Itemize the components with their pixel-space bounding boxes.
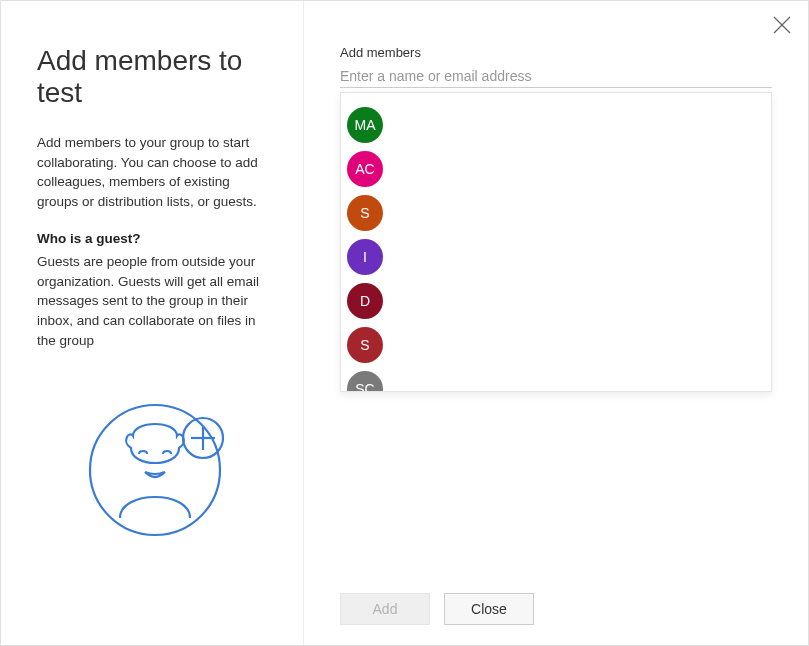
avatar: S <box>347 195 383 231</box>
close-button[interactable]: Close <box>444 593 534 625</box>
suggestion-item[interactable]: S <box>347 325 765 365</box>
suggestion-item[interactable]: I <box>347 237 765 277</box>
suggestions-list[interactable]: MAACSIDSSC <box>341 93 771 391</box>
avatar: MA <box>347 107 383 143</box>
guest-heading: Who is a guest? <box>37 231 273 246</box>
guest-description: Guests are people from outside your orga… <box>37 252 273 350</box>
suggestion-item[interactable]: SC <box>347 369 765 391</box>
avatar: S <box>347 327 383 363</box>
suggestion-item[interactable]: S <box>347 193 765 233</box>
members-pane: Add members MAACSIDSSC Add Close <box>304 1 808 645</box>
add-members-dialog: Add members to test Add members to your … <box>1 1 808 645</box>
search-label: Add members <box>340 45 772 60</box>
person-add-illustration <box>75 390 235 554</box>
member-search-input[interactable] <box>340 64 772 88</box>
add-button[interactable]: Add <box>340 593 430 625</box>
info-pane: Add members to test Add members to your … <box>1 1 304 645</box>
suggestions-dropdown: MAACSIDSSC <box>340 92 772 392</box>
avatar: D <box>347 283 383 319</box>
suggestion-item[interactable]: MA <box>347 105 765 145</box>
suggestion-item[interactable]: AC <box>347 149 765 189</box>
avatar: AC <box>347 151 383 187</box>
dialog-title: Add members to test <box>37 45 273 109</box>
dialog-description: Add members to your group to start colla… <box>37 133 273 211</box>
dialog-footer: Add Close <box>340 593 534 625</box>
avatar: I <box>347 239 383 275</box>
avatar: SC <box>347 371 383 391</box>
suggestion-item[interactable]: D <box>347 281 765 321</box>
